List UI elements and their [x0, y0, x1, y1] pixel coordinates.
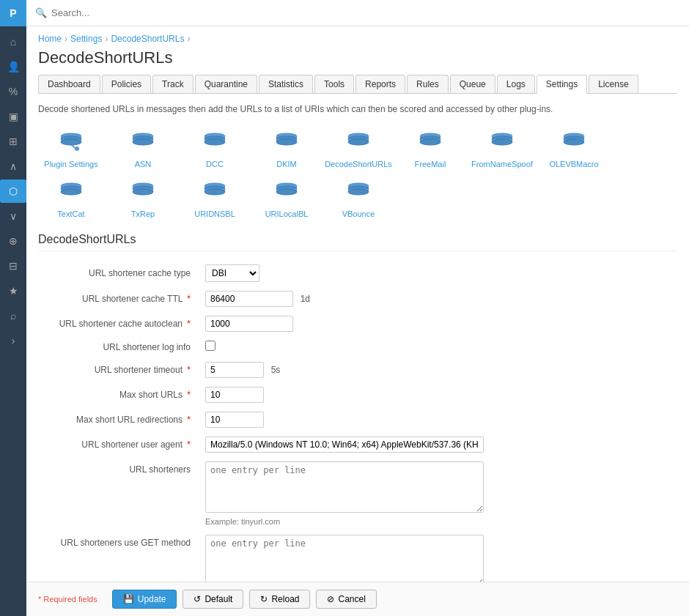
breadcrumb-settings[interactable]: Settings — [70, 34, 102, 44]
tab-reports[interactable]: Reports — [355, 75, 405, 93]
down-icon[interactable]: ∨ — [0, 204, 26, 228]
cancel-button[interactable]: ⊘ Cancel — [316, 590, 376, 609]
breadcrumb-current[interactable]: DecodeShortURLs — [111, 34, 184, 44]
form-row-url-shorteners: URL shorteners Example: tinyurl.com — [38, 457, 677, 530]
plugin-item-fromnamespoof[interactable]: FromNameSpoof — [469, 127, 535, 168]
plugin-item-textcat[interactable]: TextCat — [38, 177, 104, 218]
cache-autoclean-input[interactable] — [205, 316, 293, 332]
plugin-item-decodeshort[interactable]: DecodeShortURLs — [325, 127, 391, 168]
reload-label: Reload — [271, 594, 299, 604]
percent-icon[interactable]: % — [0, 80, 26, 103]
update-icon: 💾 — [123, 594, 134, 604]
plugin-item-txrep[interactable]: TxRep — [110, 177, 176, 218]
user-icon[interactable]: 👤 — [0, 55, 26, 78]
plugin-icon-urilocalbL — [272, 177, 301, 207]
search-input[interactable] — [51, 7, 198, 18]
user-agent-required: * — [187, 439, 191, 450]
home-icon[interactable]: ⌂ — [0, 30, 26, 53]
monitor-icon[interactable]: ▣ — [0, 105, 26, 128]
squares-icon[interactable]: ⊟ — [0, 254, 26, 278]
group-icon[interactable]: ⊕ — [0, 229, 26, 253]
sidebar: P ⌂ 👤 % ▣ ⊞ ∧ ⬡ ∨ ⊕ ⊟ ★ ⌕ › — [0, 0, 26, 616]
cache-ttl-input[interactable] — [205, 291, 293, 307]
default-button[interactable]: ↺ Default — [183, 590, 243, 609]
max-short-urls-input[interactable] — [205, 387, 264, 403]
cache-autoclean-label: URL shortener cache autoclean — [59, 319, 183, 329]
form-row-cache-type: URL shortener cache type DBI Memory None — [38, 260, 677, 286]
svg-point-35 — [492, 139, 512, 145]
plugin-item-dkim[interactable]: DKIM — [254, 127, 320, 168]
plugin-item-urilocalbL[interactable]: URILocalBL — [254, 177, 320, 218]
plugin-label-fromnamespoof: FromNameSpoof — [471, 160, 533, 168]
plugin-item-dcc[interactable]: DCC — [182, 127, 248, 168]
breadcrumb: Home › Settings › DecodeShortURLs › — [38, 34, 677, 44]
plugin-item-vbounce[interactable]: VBounce — [325, 177, 391, 218]
plugin-icon-textcat — [56, 177, 86, 207]
content-area: Home › Settings › DecodeShortURLs › Deco… — [26, 26, 689, 582]
plugin-icon-vbounce — [344, 177, 373, 207]
max-redirections-input[interactable] — [205, 412, 264, 428]
plugin-label-asn: ASN — [135, 160, 152, 168]
url-shorteners-example: Example: tinyurl.com — [205, 517, 671, 526]
app-logo: P — [0, 0, 26, 26]
tab-logs[interactable]: Logs — [497, 75, 535, 93]
required-note: * Required fields — [38, 595, 97, 604]
max-redirections-label: Max short URL redirections — [76, 415, 183, 425]
search2-icon[interactable]: ⌕ — [0, 304, 26, 327]
log-info-label: URL shortener log info — [103, 342, 191, 352]
form-row-max-redirections: Max short URL redirections * — [38, 407, 677, 432]
timeout-input[interactable] — [205, 362, 264, 378]
tab-tools[interactable]: Tools — [314, 75, 354, 93]
plugin-item-olevbmacro[interactable]: OLEVBMacro — [541, 127, 607, 168]
tab-track[interactable]: Track — [152, 75, 194, 93]
svg-point-50 — [133, 189, 153, 195]
plugin-label-txrep: TxRep — [131, 209, 155, 218]
timeout-label: URL shortener timeout — [95, 365, 183, 375]
breadcrumb-sep3: › — [187, 34, 190, 44]
shield-icon[interactable]: ⬡ — [0, 179, 26, 203]
reload-icon: ↻ — [260, 594, 268, 604]
tab-statistics[interactable]: Statistics — [259, 75, 313, 93]
star-icon[interactable]: ★ — [0, 279, 26, 303]
arrow-right-icon[interactable]: › — [0, 329, 26, 352]
plugin-label-settings: Plugin Settings — [44, 160, 97, 168]
cache-type-select[interactable]: DBI Memory None — [205, 264, 259, 282]
plugin-icon-settings — [56, 127, 86, 157]
plugin-item-asn[interactable]: ASN — [110, 127, 176, 168]
default-icon: ↺ — [194, 594, 201, 604]
log-info-checkbox[interactable] — [205, 341, 215, 351]
user-agent-input[interactable] — [205, 437, 484, 453]
breadcrumb-sep1: › — [65, 34, 67, 44]
tab-rules[interactable]: Rules — [407, 75, 449, 93]
breadcrumb-sep2: › — [105, 34, 108, 44]
plugin-item-settings[interactable]: Plugin Settings — [38, 127, 104, 168]
tab-dashboard[interactable]: Dashboard — [38, 75, 100, 93]
svg-point-4 — [61, 139, 81, 145]
plugin-icon-dkim — [272, 127, 301, 157]
url-shorteners-get-label: URL shorteners use GET method — [61, 538, 191, 548]
grid-icon[interactable]: ⊞ — [0, 130, 26, 153]
form-table: URL shortener cache type DBI Memory None… — [38, 260, 677, 582]
plugin-item-freemail[interactable]: FreeMail — [397, 127, 463, 168]
tab-policies[interactable]: Policies — [102, 75, 151, 93]
tab-settings[interactable]: Settings — [537, 75, 587, 94]
url-shorteners-get-textarea[interactable] — [205, 535, 484, 582]
plugin-icon-asn — [128, 127, 158, 157]
svg-point-40 — [564, 139, 584, 145]
svg-point-55 — [205, 189, 225, 195]
tab-queue[interactable]: Queue — [450, 75, 495, 93]
tab-license[interactable]: License — [589, 75, 638, 93]
tab-quarantine[interactable]: Quarantine — [195, 75, 257, 93]
url-shorteners-textarea[interactable] — [205, 461, 484, 513]
update-button[interactable]: 💾 Update — [112, 590, 177, 609]
plugin-icon-decodeshort — [344, 127, 373, 157]
breadcrumb-home[interactable]: Home — [38, 34, 62, 44]
plugin-item-uridnsbl[interactable]: URIDNSBL — [182, 177, 248, 218]
plugin-label-olevbmacro: OLEVBMacro — [549, 160, 598, 168]
user-agent-label: URL shortener user agent — [81, 439, 183, 450]
up-icon[interactable]: ∧ — [0, 155, 26, 178]
plugin-label-dcc: DCC — [206, 160, 224, 168]
timeout-required: * — [187, 365, 191, 375]
reload-button[interactable]: ↻ Reload — [249, 590, 310, 609]
search-icon: 🔍 — [35, 7, 47, 18]
